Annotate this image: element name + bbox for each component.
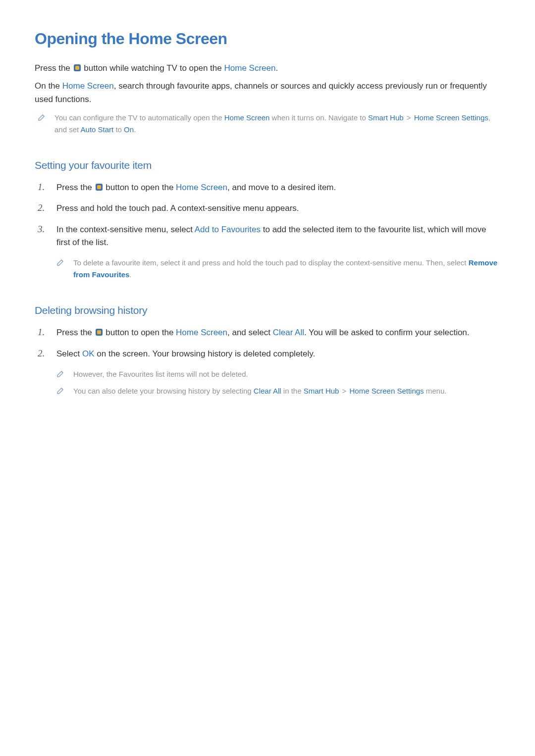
- delete-note-2: You can also delete your browsing histor…: [56, 385, 500, 397]
- step-text: In the context-sensitive menu, select Ad…: [56, 223, 500, 250]
- home-screen-link: Home Screen: [62, 81, 114, 91]
- subheading-favourite: Setting your favourite item: [35, 159, 500, 171]
- text: . You will be asked to confirm your sele…: [304, 328, 470, 337]
- step-number: 3.: [38, 223, 48, 236]
- text: To delete a favourite item, select it an…: [73, 258, 469, 267]
- smart-hub-link: Smart Hub: [304, 387, 339, 395]
- step-text: Press and hold the touch pad. A context-…: [56, 202, 299, 215]
- text: Press the: [35, 63, 73, 73]
- clear-all-link: Clear All: [254, 387, 281, 395]
- step-item: 3. In the context-sensitive menu, select…: [38, 223, 500, 250]
- step-text: Press the button to open the Home Screen…: [56, 181, 336, 194]
- ok-link: OK: [82, 349, 95, 358]
- text: .: [129, 270, 131, 279]
- subheading-deleting: Deleting browsing history: [35, 304, 500, 316]
- home-screen-settings-link: Home Screen Settings: [350, 387, 424, 395]
- delete-note-1: However, the Favourites list items will …: [56, 368, 500, 380]
- clear-all-link: Clear All: [273, 328, 304, 337]
- delete-steps: 1. Press the button to open the Home Scr…: [35, 326, 500, 360]
- note-text: However, the Favourites list items will …: [73, 368, 248, 380]
- note-text: You can configure the TV to automaticall…: [54, 112, 500, 136]
- text: On the: [35, 81, 62, 91]
- auto-start-link: Auto Start: [81, 125, 114, 134]
- step-number: 1.: [38, 326, 48, 339]
- text: .: [134, 125, 136, 134]
- text: when it turns on. Navigate to: [269, 113, 368, 122]
- step-item: 2. Select OK on the screen. Your browsin…: [38, 348, 500, 360]
- smart-hub-icon: [74, 64, 81, 71]
- text: In the context-sensitive menu, select: [56, 225, 195, 234]
- text: You can also delete your browsing histor…: [73, 387, 254, 395]
- smart-hub-icon: [96, 184, 103, 191]
- pencil-note-icon: [56, 387, 64, 397]
- step-item: 1. Press the button to open the Home Scr…: [38, 326, 500, 339]
- step-item: 1. Press the button to open the Home Scr…: [38, 181, 500, 194]
- home-screen-settings-link: Home Screen Settings: [414, 113, 488, 122]
- breadcrumb-separator: >: [404, 113, 414, 122]
- text: button while watching TV to open the: [82, 63, 224, 73]
- text: Press the: [56, 183, 95, 192]
- step-number: 1.: [38, 181, 48, 194]
- home-screen-link: Home Screen: [224, 113, 270, 122]
- intro-line-1: Press the button while watching TV to op…: [35, 62, 500, 75]
- text: , and select: [227, 328, 273, 337]
- text: .: [275, 63, 278, 73]
- on-value: On: [124, 125, 134, 134]
- step-item: 2. Press and hold the touch pad. A conte…: [38, 202, 500, 215]
- breadcrumb-separator: >: [339, 387, 349, 395]
- text: You can configure the TV to automaticall…: [54, 113, 224, 122]
- text: Press the: [56, 328, 95, 337]
- smart-hub-icon: [96, 329, 103, 336]
- home-screen-link: Home Screen: [176, 183, 227, 192]
- text: Select: [56, 349, 82, 358]
- step-number: 2.: [38, 202, 48, 214]
- text: menu.: [424, 387, 447, 395]
- intro-block: Press the button while watching TV to op…: [35, 62, 500, 106]
- page-title: Opening the Home Screen: [35, 30, 500, 48]
- text: on the screen. Your browsing history is …: [95, 349, 316, 358]
- pencil-note-icon: [56, 258, 64, 268]
- home-screen-link: Home Screen: [176, 328, 227, 337]
- home-screen-link: Home Screen: [224, 63, 275, 73]
- intro-line-2: On the Home Screen, search through favou…: [35, 80, 500, 106]
- intro-note: You can configure the TV to automaticall…: [35, 112, 500, 136]
- text: button to open the: [104, 183, 176, 192]
- note-text: To delete a favourite item, select it an…: [73, 257, 500, 281]
- add-to-favourites-link: Add to Favourites: [195, 225, 261, 234]
- note-text: You can also delete your browsing histor…: [73, 385, 446, 397]
- step-number: 2.: [38, 348, 48, 360]
- smart-hub-link: Smart Hub: [368, 113, 404, 122]
- text: in the: [281, 387, 304, 395]
- step-text: Select OK on the screen. Your browsing h…: [56, 348, 315, 360]
- favourite-note: To delete a favourite item, select it an…: [56, 257, 500, 281]
- pencil-note-icon: [38, 113, 46, 123]
- text: to: [113, 125, 124, 134]
- text: button to open the: [104, 328, 176, 337]
- text: , and move to a desired item.: [227, 183, 336, 192]
- favourite-steps: 1. Press the button to open the Home Scr…: [35, 181, 500, 249]
- pencil-note-icon: [56, 370, 64, 380]
- step-text: Press the button to open the Home Screen…: [56, 326, 470, 339]
